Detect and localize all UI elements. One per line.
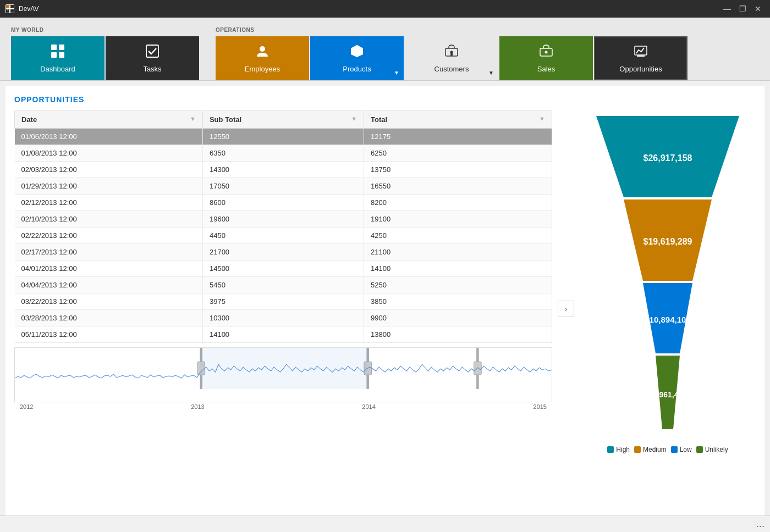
cell-date: 02/22/2013 12:00 <box>15 228 203 244</box>
maximize-button[interactable]: ❐ <box>736 3 749 14</box>
products-button[interactable]: Products ▼ <box>310 36 404 80</box>
employees-button[interactable]: Employees <box>216 36 309 80</box>
svg-point-11 <box>260 46 265 52</box>
date-filter-icon[interactable]: ▼ <box>190 115 196 122</box>
cell-total: 19100 <box>364 211 552 228</box>
cell-date: 05/11/2013 12:00 <box>15 326 203 343</box>
sales-button[interactable]: Sales <box>499 36 593 80</box>
cell-subtotal: 5450 <box>202 277 364 293</box>
table-row[interactable]: 02/22/2013 12:00 4450 4250 <box>15 228 552 244</box>
col-subtotal-label: Sub Total <box>210 115 241 124</box>
dashboard-icon <box>51 44 65 62</box>
tasks-label: Tasks <box>143 65 161 73</box>
title-bar-controls: — ❐ ✕ <box>721 3 765 14</box>
sales-icon <box>539 44 553 62</box>
opportunities-label: Opportunities <box>619 65 662 73</box>
bottom-dots[interactable]: ... <box>756 518 765 530</box>
close-button[interactable]: ✕ <box>751 3 765 14</box>
cell-total: 4250 <box>364 228 552 244</box>
table-row[interactable]: 02/03/2013 12:00 14300 13750 <box>15 162 552 178</box>
cell-subtotal: 6350 <box>202 145 364 162</box>
cell-date: 02/03/2013 12:00 <box>15 162 203 178</box>
cell-subtotal: 3975 <box>202 293 364 310</box>
customers-button[interactable]: Customers ▼ <box>405 36 498 80</box>
legend-high-dot <box>607 446 614 453</box>
my-world-label: MY WORLD <box>11 27 199 33</box>
cell-total: 21100 <box>364 244 552 261</box>
operations-label: OPERATIONS <box>216 27 688 33</box>
tasks-icon <box>145 44 160 62</box>
funnel-legend: High Medium Low Unlikely <box>607 446 728 453</box>
cell-date: 04/04/2013 12:00 <box>15 277 203 293</box>
cell-total: 13750 <box>364 162 552 178</box>
tasks-button[interactable]: Tasks <box>106 36 199 80</box>
svg-text:$19,619,289: $19,619,289 <box>644 237 692 246</box>
cell-total: 5250 <box>364 277 552 293</box>
table-row[interactable]: 03/28/2013 12:00 10300 9900 <box>15 310 552 326</box>
col-subtotal[interactable]: Sub Total ▼ <box>202 111 364 129</box>
svg-rect-29 <box>200 348 369 389</box>
table-row[interactable]: 02/12/2013 12:00 8600 8200 <box>15 195 552 211</box>
table-row[interactable]: 01/29/2013 12:00 17050 16550 <box>15 178 552 195</box>
cell-total: 16550 <box>364 178 552 195</box>
svg-point-16 <box>450 51 453 53</box>
app-title: DevAV <box>19 5 38 13</box>
cell-date: 02/10/2013 12:00 <box>15 211 203 228</box>
table-row[interactable]: 02/17/2013 12:00 21700 21100 <box>15 244 552 261</box>
cell-date: 04/01/2013 12:00 <box>15 261 203 277</box>
legend-low-dot <box>671 446 678 453</box>
cell-date: 03/22/2013 12:00 <box>15 293 203 310</box>
cell-total: 12175 <box>364 129 552 145</box>
cell-subtotal: 19600 <box>202 211 364 228</box>
year-2013: 2013 <box>191 403 204 410</box>
svg-rect-6 <box>51 45 57 50</box>
cell-date: 01/08/2013 12:00 <box>15 145 203 162</box>
table-row[interactable]: 03/22/2013 12:00 3975 3850 <box>15 293 552 310</box>
table-row[interactable]: 01/06/2013 12:00 12550 12175 <box>15 129 552 145</box>
cell-date: 01/29/2013 12:00 <box>15 178 203 195</box>
chart-nav: › <box>552 110 580 507</box>
total-filter-icon[interactable]: ▼ <box>539 115 545 122</box>
cell-total: 6250 <box>364 145 552 162</box>
svg-text:$10,894,107: $10,894,107 <box>645 315 690 324</box>
operations-section: OPERATIONS Employees <box>216 27 688 80</box>
sales-label: Sales <box>537 65 556 73</box>
svg-rect-10 <box>146 45 158 57</box>
col-total[interactable]: Total ▼ <box>364 111 552 129</box>
cell-total: 14100 <box>364 261 552 277</box>
col-total-label: Total <box>371 115 387 124</box>
minimize-button[interactable]: — <box>721 3 734 14</box>
legend-low: Low <box>671 446 692 453</box>
year-2012: 2012 <box>20 403 33 410</box>
employees-label: Employees <box>245 65 280 73</box>
bottom-bar: ... <box>0 516 770 532</box>
customers-label: Customers <box>435 65 469 73</box>
svg-rect-1 <box>10 5 14 8</box>
table-row[interactable]: 04/04/2013 12:00 5450 5250 <box>15 277 552 293</box>
chart-next-button[interactable]: › <box>558 301 574 317</box>
subtotal-filter-icon[interactable]: ▼ <box>351 115 357 122</box>
sparkline-svg <box>15 348 552 395</box>
table-row[interactable]: 05/11/2013 12:00 14100 13800 <box>15 326 552 343</box>
table-row[interactable]: 04/01/2013 12:00 14500 14100 <box>15 261 552 277</box>
svg-rect-17 <box>450 53 453 56</box>
nav-bar: MY WORLD Dashboard <box>0 18 770 81</box>
dashboard-button[interactable]: Dashboard <box>11 36 105 80</box>
operations-buttons: Employees Products ▼ <box>216 36 688 80</box>
products-icon <box>350 44 364 62</box>
cell-subtotal: 21700 <box>202 244 364 261</box>
cell-subtotal: 14100 <box>202 326 364 343</box>
title-bar: i DevAV — ❐ ✕ <box>0 0 770 18</box>
legend-medium: Medium <box>634 446 667 453</box>
svg-rect-28 <box>474 362 481 375</box>
section-title: OPPORTUNITIES <box>14 95 756 104</box>
customers-dropdown-arrow: ▼ <box>488 70 494 76</box>
table-row[interactable]: 01/08/2013 12:00 6350 6250 <box>15 145 552 162</box>
col-date[interactable]: Date ▼ <box>15 111 203 129</box>
table-row[interactable]: 02/10/2013 12:00 19600 19100 <box>15 211 552 228</box>
app-logo: i <box>6 4 14 13</box>
opportunities-button[interactable]: Opportunities <box>594 36 688 80</box>
cell-date: 01/06/2013 12:00 <box>15 129 203 145</box>
cell-date: 02/17/2013 12:00 <box>15 244 203 261</box>
legend-high-label: High <box>616 446 630 453</box>
